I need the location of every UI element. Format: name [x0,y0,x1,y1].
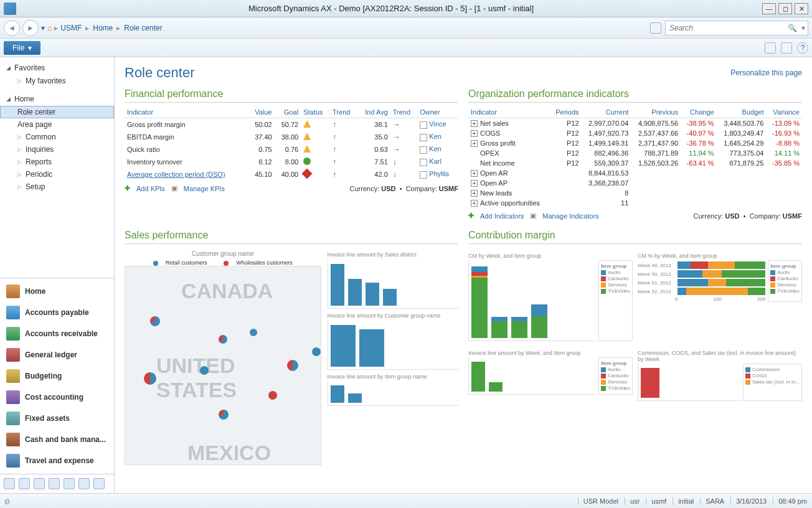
status-model: USR Model [578,497,618,505]
maximize-button[interactable]: ◻ [778,3,792,14]
table-row[interactable]: +Gross profitP121,499,149.312,371,437.90… [468,138,802,148]
sales-map[interactable]: CANADA UNITED STATES MEXICO [125,266,321,465]
tiny-icon[interactable] [19,478,30,489]
status-bar: ⎙ USR Model usr usmf initial SARA 3/16/2… [0,493,812,508]
table-row[interactable]: +New leads8 [468,188,802,198]
add-kpis-link[interactable]: Add KPIs [136,185,165,192]
refresh-icon[interactable] [650,22,661,34]
table-row[interactable]: EBITDA margin37.4038.00 ↑ 35.0→ Ken [125,131,458,143]
search-input[interactable] [666,24,785,32]
history-dropdown-icon[interactable]: ▾ [41,24,45,32]
financial-panel: Financial performance Indicator Value Go… [125,88,458,220]
tiny-icon[interactable] [4,478,15,489]
item-group-chart[interactable] [328,381,458,406]
breadcrumb-item[interactable]: USMF [60,24,82,32]
plus-icon: ✚ [468,212,474,220]
module-accounts-payable[interactable]: Accounts payable [0,302,114,323]
module-accounts-receivable[interactable]: Accounts receivable [0,323,114,344]
nav-item-area-page[interactable]: Area page [0,118,114,131]
tiny-icon[interactable] [64,478,75,489]
nav-item-common[interactable]: ▷Common [0,131,114,143]
search-box[interactable]: 🔍 ▾ [665,21,808,35]
close-button[interactable]: ✕ [795,3,808,14]
module-home[interactable]: Home [0,281,114,302]
breadcrumb: USMF▸ Home▸ Role center [60,24,162,32]
table-row[interactable]: Average collection period (DSO)45.1040.0… [125,168,458,181]
table-row[interactable]: +COGSP121,497,920.732,537,437.66 -40.97 … [468,128,802,138]
home-icon[interactable]: ⌂ [47,24,52,32]
search-dropdown-icon[interactable]: ▾ [799,24,808,32]
table-row[interactable]: Gross profit margin50.0250.72 ↑ 38.1→ Vi… [125,118,458,131]
nav-toolbar: ◄ ► ▾ ⌂ ▸ USMF▸ Home▸ Role center 🔍 ▾ [0,17,812,39]
content-area: Role center Personalize this page Financ… [115,57,812,493]
sales-panel: Sales performance Customer group name Re… [125,230,458,465]
sales-district-chart[interactable] [328,259,458,309]
module-list: Home Accounts payable Accounts receivabl… [0,278,114,474]
manage-kpis-link[interactable]: Manage KPIs [184,185,225,192]
financial-table: Indicator Value Goal Status Trend Ind Av… [125,106,458,181]
util-icon-1[interactable] [765,42,776,54]
nav-section-home[interactable]: ◢Home [0,92,114,106]
titlebar: Microsoft Dynamics AX - Demo [AX2012R2A:… [0,0,812,17]
tiny-icon[interactable] [93,478,105,489]
org-title: Organization performance indicators [468,88,802,103]
breadcrumb-item[interactable]: Role center [124,24,162,32]
table-row[interactable]: Inventory turnover8.128.00 ↑ 7.51↓ Karl [125,156,458,168]
table-row[interactable]: Net incomeP12559,309.371,528,503.26 -63.… [468,158,802,168]
tiny-icon[interactable] [49,478,60,489]
tiny-icon[interactable] [34,478,45,489]
table-row[interactable]: +Open AR8,844,816.53 [468,168,802,178]
chart-legend: Item group Audio CarAudio Services TV&Vi… [598,357,633,395]
table-row[interactable]: OPEXP12882,496.36788,371.89 11.94 %773,3… [468,148,802,158]
module-cost-accounting[interactable]: Cost accounting [0,387,114,408]
add-indicators-link[interactable]: Add Indicators [480,212,524,220]
chart-title: CM % by Week, and Item group [638,253,802,259]
forward-button[interactable]: ► [22,20,39,36]
chart-title: Invoice line amount by Item group name [328,374,458,380]
table-row[interactable]: Quick ratio0.750.76 ↑ 0.63→ Ken [125,143,458,156]
search-icon[interactable]: 🔍 [785,24,799,32]
module-budgeting[interactable]: Budgeting [0,365,114,387]
table-row[interactable]: +Open AP3,368,238.07 [468,178,802,188]
help-icon[interactable]: ? [797,42,808,54]
chart-legend: Commission COGS Sales tax (Incl. in in..… [743,364,802,401]
personalize-link[interactable]: Personalize this page [730,68,802,77]
contribution-panel: Contribution margin CM by Week, and Item… [468,230,802,465]
module-fixed-assets[interactable]: Fixed assets [0,408,114,429]
financial-title: Financial performance [125,88,458,103]
comm-chart[interactable] [638,364,740,401]
table-row[interactable]: +Net salesP122,997,070.044,908,875.56 -3… [468,118,802,129]
file-menu-button[interactable]: File▾ [4,41,40,55]
module-general-ledger[interactable]: General ledger [0,344,114,365]
module-travel-expense[interactable]: Travel and expense [0,450,114,471]
cm-pct-week-chart[interactable]: Week 48, 2012 Week 50, 2012 Week 51, 201… [638,260,765,302]
app-logo-icon [4,2,16,15]
minimize-button[interactable]: — [762,3,776,14]
manage-indicators-link[interactable]: Manage Indicators [542,212,599,220]
chart-title: Commission, COGS, and Sales tax (incl. i… [638,350,802,362]
nav-item-role-center[interactable]: Role center [0,106,114,118]
cm-week-chart[interactable] [468,260,596,341]
nav-item-inquiries[interactable]: ▷Inquiries [0,143,114,156]
map-title: Customer group name [125,248,321,260]
sales-title: Sales performance [125,230,458,244]
back-button[interactable]: ◄ [4,20,20,36]
status-initial: initial [673,497,694,505]
status-usr: usr [625,497,640,505]
nav-item-reports[interactable]: ▷Reports [0,156,114,168]
nav-item-my-favorites[interactable]: ▷My favorites [0,75,114,87]
nav-item-periodic[interactable]: ▷Periodic [0,168,114,181]
contribution-title: Contribution margin [468,230,802,244]
tiny-icon[interactable] [78,478,90,489]
nav-section-favorites[interactable]: ◢Favorites [0,61,114,75]
util-icon-2[interactable] [781,42,792,54]
customer-group-chart[interactable] [328,320,458,370]
status-user: SARA [700,497,724,505]
breadcrumb-item[interactable]: Home [93,24,113,32]
inv-week-chart[interactable] [468,357,596,395]
chart-title: Invoice line amount by Sales district [328,252,458,258]
module-cash-bank[interactable]: Cash and bank mana... [0,429,114,450]
nav-item-setup[interactable]: ▷Setup [0,181,114,193]
table-row[interactable]: +Active opportunities11 [468,198,802,208]
chart-title: CM by Week, and Item group [468,253,633,259]
